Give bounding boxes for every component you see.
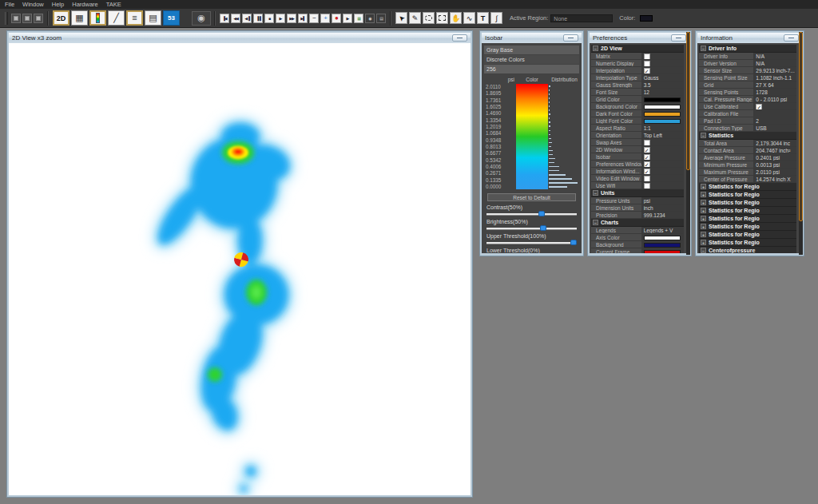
- property-value[interactable]: [641, 248, 684, 253]
- discrete-colors-option[interactable]: Discrete Colors: [484, 55, 579, 64]
- zoom-out-icon[interactable]: −: [309, 14, 319, 23]
- play-icon[interactable]: ▶: [343, 14, 352, 23]
- color-swatch[interactable]: [644, 243, 681, 248]
- minimize-icon[interactable]: [452, 34, 467, 42]
- property-value[interactable]: [641, 103, 684, 109]
- expand-icon[interactable]: +: [701, 184, 706, 189]
- property-value[interactable]: 1728: [753, 89, 796, 95]
- section-driver-info[interactable]: −Driver Info: [699, 45, 796, 53]
- section-statistics-for-regio[interactable]: +Statistics for Regio: [699, 191, 796, 199]
- minimize-icon[interactable]: [784, 34, 799, 42]
- checkbox-unchecked[interactable]: [644, 61, 650, 67]
- checkbox-unchecked[interactable]: [644, 176, 650, 182]
- vertical-scrollbar[interactable]: [799, 32, 803, 255]
- section-statistics-for-regio[interactable]: +Statistics for Regio: [699, 231, 796, 239]
- information-titlebar[interactable]: Information: [697, 33, 802, 43]
- skip-end-icon[interactable]: ▶▌: [298, 14, 308, 23]
- color-swatch[interactable]: [644, 250, 681, 254]
- fast-forward-icon[interactable]: ▶▶: [287, 14, 296, 23]
- active-region-input[interactable]: None: [550, 14, 613, 22]
- slider-track[interactable]: [486, 225, 577, 231]
- collapse-icon[interactable]: −: [701, 133, 706, 138]
- step-back-icon[interactable]: ◀▐: [242, 14, 252, 23]
- section-2d-view[interactable]: −2D View: [591, 45, 684, 53]
- menu-help[interactable]: Help: [52, 1, 64, 8]
- color-swatch[interactable]: [644, 236, 681, 240]
- expand-icon[interactable]: +: [701, 208, 706, 213]
- stop-icon[interactable]: ■: [264, 14, 274, 23]
- property-value[interactable]: [641, 241, 684, 248]
- view-2d-button[interactable]: 2D: [53, 10, 69, 26]
- step-forward-icon[interactable]: ▶: [276, 14, 285, 23]
- property-value[interactable]: Legends + V: [641, 227, 684, 233]
- collapse-icon[interactable]: −: [593, 190, 598, 196]
- color-swatch[interactable]: [644, 119, 681, 124]
- snapshot-icon[interactable]: ◉: [365, 14, 375, 23]
- property-value[interactable]: [641, 110, 684, 117]
- property-value[interactable]: ✓: [753, 103, 796, 109]
- section-statistics-for-regio[interactable]: +Statistics for Regio: [699, 207, 796, 215]
- text-tool-icon[interactable]: T: [477, 12, 489, 24]
- scrollbar-thumb[interactable]: [686, 32, 690, 170]
- checkbox-unchecked[interactable]: [644, 54, 650, 60]
- preferences-icon[interactable]: ≡: [126, 10, 143, 26]
- color-swatch[interactable]: [644, 97, 681, 102]
- isobar-titlebar[interactable]: Isobar: [482, 33, 582, 43]
- expand-icon[interactable]: +: [701, 232, 706, 237]
- scrollbar-thumb[interactable]: [799, 32, 803, 221]
- property-value[interactable]: 1.1082 inch-1.1: [753, 74, 796, 81]
- property-value[interactable]: [641, 175, 684, 181]
- property-value[interactable]: 12: [641, 89, 684, 95]
- expand-icon[interactable]: +: [701, 224, 706, 229]
- property-value[interactable]: 27 X 64: [753, 81, 796, 88]
- checkbox-checked[interactable]: ✓: [644, 161, 650, 168]
- palette-select[interactable]: Gray Base: [484, 46, 579, 54]
- polyline-icon[interactable]: ∿: [463, 12, 475, 24]
- pause-icon[interactable]: ▐▐: [253, 14, 263, 23]
- property-value[interactable]: 2: [753, 117, 796, 124]
- open-icon[interactable]: [22, 14, 32, 23]
- pencil-icon[interactable]: ✎: [409, 12, 421, 24]
- slider-thumb[interactable]: [540, 225, 546, 231]
- frame-counter[interactable]: 53: [163, 10, 180, 26]
- property-value[interactable]: inch: [641, 204, 684, 211]
- property-value[interactable]: 3.5: [641, 81, 684, 88]
- preferences-titlebar[interactable]: Preferences: [590, 33, 689, 43]
- property-value[interactable]: 999.1234: [641, 212, 684, 218]
- pressure-map-canvas[interactable]: [9, 43, 471, 495]
- property-value[interactable]: 204.7467 inch²: [753, 147, 796, 153]
- color-swatch[interactable]: [644, 112, 681, 117]
- grid-icon[interactable]: ▦: [71, 10, 88, 26]
- isobar-icon[interactable]: [89, 10, 106, 26]
- active-region-color-swatch[interactable]: [640, 15, 653, 22]
- color-swatch[interactable]: [644, 105, 681, 109]
- property-value[interactable]: USB: [753, 125, 796, 131]
- rect-select-icon[interactable]: [436, 12, 448, 24]
- property-value[interactable]: [641, 234, 684, 240]
- expand-icon[interactable]: +: [701, 240, 706, 245]
- ellipse-select-icon[interactable]: [423, 12, 435, 24]
- collapse-icon[interactable]: −: [701, 248, 706, 253]
- property-value[interactable]: 14.2574 inch X: [753, 176, 796, 182]
- rewind-icon[interactable]: ◀◀: [231, 14, 240, 23]
- minimize-icon[interactable]: [671, 34, 686, 42]
- collapse-icon[interactable]: −: [593, 46, 598, 51]
- property-value[interactable]: ✓: [641, 168, 684, 174]
- menu-take[interactable]: TAKE: [106, 1, 121, 8]
- menu-hardware[interactable]: Hardware: [72, 1, 98, 8]
- slider-thumb[interactable]: [538, 211, 545, 216]
- property-value[interactable]: 0.2401 psi: [753, 154, 796, 161]
- section-units[interactable]: −Units: [591, 189, 684, 197]
- property-value[interactable]: [641, 139, 684, 145]
- smooth-icon[interactable]: ∫: [490, 12, 502, 24]
- property-value[interactable]: 29.9213 inch-7...: [753, 67, 796, 73]
- property-value[interactable]: ✓: [641, 153, 684, 160]
- property-value[interactable]: 2.0110 psi: [753, 169, 796, 175]
- expand-icon[interactable]: +: [701, 200, 706, 205]
- camera-icon[interactable]: ◉: [192, 11, 211, 26]
- property-value[interactable]: [641, 53, 684, 59]
- property-value[interactable]: psi: [641, 197, 684, 204]
- section-statistics-for-regio[interactable]: +Statistics for Regio: [699, 215, 796, 223]
- section-charts[interactable]: −Charts: [591, 219, 684, 227]
- property-value[interactable]: N/A: [753, 60, 796, 66]
